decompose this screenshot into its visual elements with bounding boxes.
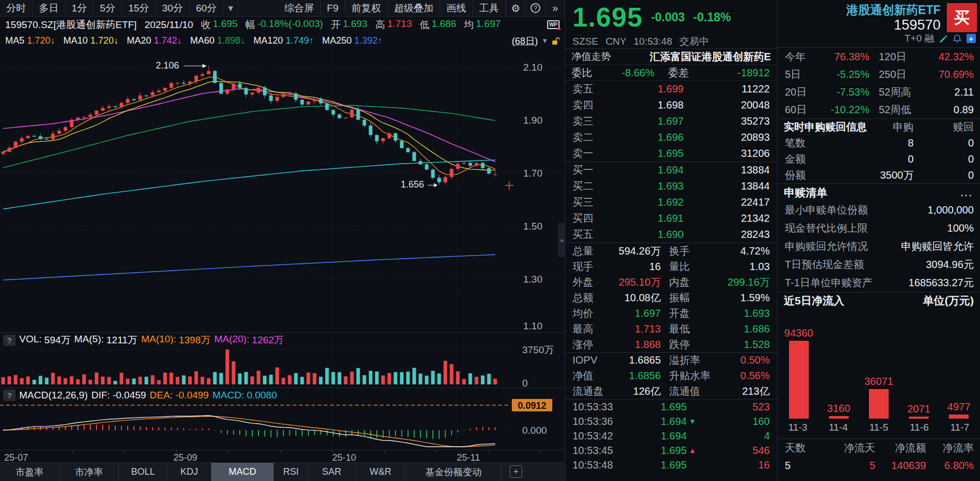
subscription-rows: 笔数80金额00份额3500万0 [778, 135, 980, 183]
indicator-help-icon[interactable]: ? [3, 390, 16, 401]
symbol-label[interactable]: 159570.SZ[港股通创新药ETF] [5, 18, 137, 32]
orderbook-bid-5[interactable]: 买五1.69028243 [565, 226, 777, 243]
period-selector[interactable]: (68日) [512, 35, 538, 47]
orderbook-bid-4[interactable]: 买四1.69121342 [565, 210, 777, 226]
timeframe-30min[interactable]: 30分 [156, 0, 189, 16]
ma-legend-ma60: MA601.898↓ [190, 35, 245, 46]
dea-label: DEA: [149, 390, 172, 401]
stat-row: 总量594.26万换手4.72% [565, 243, 777, 259]
panel-divider [0, 332, 565, 333]
candlestick-chart[interactable]: 2.101.901.701.501.301.102.1061.656 [0, 49, 565, 332]
tab-pe-ratio[interactable]: 市盈率 [0, 463, 60, 481]
more-ellipsis[interactable]: ... [960, 186, 980, 199]
tab-rsi[interactable]: RSI [274, 463, 308, 481]
subscription-header: 实时申购赎回信息 申购 赎回 [778, 118, 980, 135]
period-caret-icon[interactable]: ▼ [541, 37, 548, 45]
menu-f9[interactable]: F9 [321, 0, 345, 16]
orderbook-ask-5[interactable]: 卖一1.69531206 [565, 145, 777, 162]
add-indicator-icon[interactable]: + [510, 465, 522, 478]
menu-draw-line[interactable]: 画线 [440, 0, 473, 16]
panel-divider [0, 388, 565, 388]
footer-value-row: 5 5 140639 6.80% [778, 457, 980, 474]
flow-date: 11-6 [899, 422, 940, 433]
chart-panel: 分时多日1分5分15分30分60分 ▾ 综合屏F9前复权超级叠加画线工具 ⚙ ?… [0, 0, 565, 481]
timeframe-1min[interactable]: 1分 [65, 0, 94, 16]
buy-button[interactable]: 买 [947, 3, 977, 32]
alert-bell-icon[interactable] [952, 34, 962, 43]
help-icon[interactable]: ? [525, 0, 545, 16]
axis-label-25-11: 25-11 [457, 452, 480, 463]
stat-row: 外盘295.10万内盘299.16万 [565, 274, 777, 290]
flow-date: 11-4 [818, 422, 859, 433]
performance-grid: 今年76.38%120日42.32%5日-5.25%250日70.69%20日-… [778, 48, 980, 118]
toolbar-spacer [238, 0, 278, 16]
svg-text:2.106: 2.106 [156, 60, 179, 71]
orderbook-bid-2[interactable]: 买二1.69313844 [565, 178, 777, 194]
tab-sar[interactable]: SAR [308, 463, 356, 481]
orderbook-ask-1[interactable]: 卖五1.69911222 [565, 81, 777, 97]
svg-text:1.90: 1.90 [523, 115, 542, 126]
time-sales-list: 10:53:331.69552310:53:361.694▼16010:53:4… [565, 399, 777, 472]
dif-label: DIF: [91, 390, 110, 401]
axis-tick [73, 450, 73, 453]
price-change: -0.003 [651, 10, 685, 24]
axis-tick [384, 450, 385, 453]
add-to-watchlist-icon[interactable]: + [967, 34, 976, 43]
timeframe-time-share[interactable]: 分时 [0, 0, 33, 16]
net-days-value: 5 [827, 460, 878, 472]
vol-ma5-label: MA(5): [74, 333, 104, 347]
tab-pb-ratio[interactable]: 市净率 [60, 463, 119, 481]
timeframe-multi-day[interactable]: 多日 [33, 0, 65, 16]
macd-value: 0.0080 [247, 390, 277, 401]
orderbook-ask-2[interactable]: 卖四1.69820048 [565, 97, 777, 113]
timeframe-5min[interactable]: 5分 [94, 0, 122, 16]
vol-ma10-value: 1398万 [179, 333, 210, 347]
collapse-panel-handle[interactable]: » [559, 223, 565, 257]
axis-tick [280, 450, 281, 453]
edit-pencil-icon[interactable] [939, 34, 948, 43]
stat-row: 最高1.713最低1.686 [565, 321, 777, 337]
tab-fund-share-change[interactable]: 基金份额变动 [406, 463, 501, 481]
tab-kdj[interactable]: KDJ [168, 463, 211, 481]
timeframe-dropdown-caret[interactable]: ▾ [224, 0, 239, 16]
last-price: 1.695 [573, 2, 643, 33]
menu-super-overlay[interactable]: 超级叠加 [388, 0, 440, 16]
tab-macd[interactable]: MACD [211, 463, 274, 481]
exchange-label: SZSE [573, 36, 598, 47]
stat-row: 流通盘126亿流通值213亿 [565, 383, 777, 399]
menu-composite-screen[interactable]: 综合屏 [278, 0, 321, 16]
redemption-row: 最小申赎单位份额1,000,000 [778, 201, 980, 219]
redemption-row: T日预估现金差额3094.96元 [778, 256, 980, 274]
orderbook-bid-1[interactable]: 买一1.69413884 [565, 162, 777, 178]
stat-row: 现手16量比1.03 [565, 259, 777, 274]
unlock-icon[interactable] [552, 37, 560, 45]
flow-bar-11-4: 3160 [819, 403, 859, 419]
net-rate-value: 6.80% [929, 460, 980, 472]
fund-name-link[interactable]: 汇添富国证港股通创新药E [650, 50, 771, 64]
timeframe-15min[interactable]: 15分 [122, 0, 156, 16]
perf-row: 今年76.38%120日42.32% [778, 48, 980, 65]
net-rate-header: 净流率 [929, 441, 980, 455]
tick-row: 10:53:331.695523 [565, 399, 777, 414]
svg-text:0: 0 [522, 378, 528, 388]
menu-forward-adjusted[interactable]: 前复权 [345, 0, 388, 16]
indicator-help-icon[interactable]: ? [3, 335, 16, 346]
orderbook-bid-3[interactable]: 买三1.69222417 [565, 194, 777, 210]
dea-value: -0.0499 [175, 390, 209, 401]
settings-gear-icon[interactable]: ⚙ [506, 0, 525, 16]
tab-boll[interactable]: BOLL [119, 463, 168, 481]
axis-tick [228, 450, 229, 453]
orderbook-ask-4[interactable]: 卖二1.69620893 [565, 129, 777, 145]
tab-wr[interactable]: W&R [356, 463, 406, 481]
vol-value: 594万 [44, 333, 71, 347]
menu-tools[interactable]: 工具 [473, 0, 506, 16]
more-chevron-icon[interactable]: » [545, 0, 565, 16]
axis-label-25-10: 25-10 [332, 452, 356, 463]
subscription-row: 份额3500万0 [778, 167, 980, 183]
instrument-code: 159570 [894, 17, 941, 33]
flow-date: 11-3 [778, 422, 818, 433]
orderbook-ask-3[interactable]: 卖三1.69735273 [565, 113, 777, 129]
flow-date: 11-5 [859, 422, 899, 433]
timeframe-60min[interactable]: 60分 [189, 0, 223, 16]
wp-window-icon[interactable]: WP [547, 20, 560, 29]
